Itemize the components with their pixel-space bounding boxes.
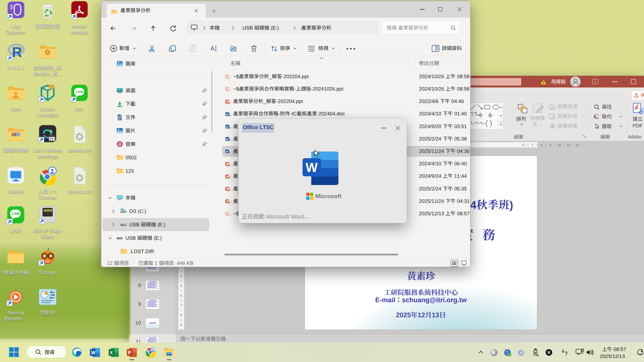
- svg-text:12: 12: [576, 143, 580, 147]
- svg-text:X: X: [110, 350, 113, 355]
- svg-text:LINE: LINE: [12, 212, 20, 216]
- svg-text:6: 6: [180, 294, 182, 297]
- svg-text:9: 9: [180, 323, 182, 326]
- svg-text:11: 11: [567, 143, 570, 147]
- svg-text:W: W: [226, 125, 228, 128]
- svg-text:W: W: [226, 150, 228, 153]
- svg-text:c: c: [596, 116, 598, 120]
- svg-text:7: 7: [531, 143, 533, 147]
- svg-text:5: 5: [180, 284, 182, 288]
- svg-text:W: W: [226, 138, 228, 141]
- svg-text:P: P: [128, 350, 131, 355]
- svg-text:4: 4: [180, 274, 182, 278]
- svg-text:W: W: [91, 350, 96, 355]
- svg-text:6: 6: [522, 143, 524, 147]
- svg-text:R: R: [12, 44, 22, 60]
- svg-text:W: W: [306, 161, 318, 175]
- svg-text:8: 8: [540, 143, 542, 147]
- svg-text:8: 8: [180, 313, 182, 317]
- svg-text:7: 7: [180, 303, 182, 307]
- svg-text:LINE: LINE: [76, 90, 84, 94]
- svg-text:10: 10: [558, 143, 561, 147]
- svg-text:f5: f5: [492, 351, 495, 355]
- svg-text:9: 9: [549, 143, 551, 147]
- svg-text:W: W: [226, 113, 228, 116]
